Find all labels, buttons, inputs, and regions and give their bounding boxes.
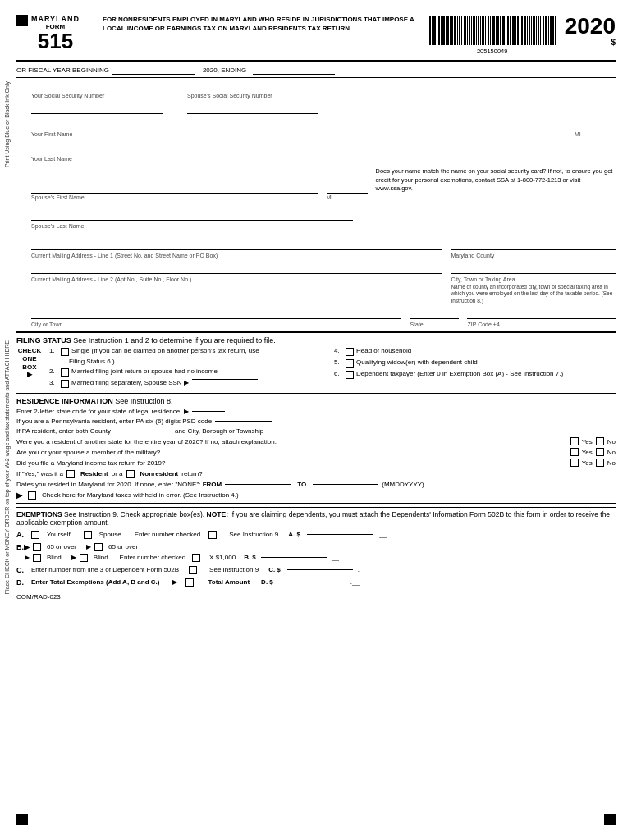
- filing-checkbox-2[interactable]: [61, 368, 69, 377]
- exempt-row-b: B.▶ 65 or over ▶ 65 or over ▶ Blind ▶ Bl…: [16, 542, 616, 562]
- res-no-5[interactable]: [596, 448, 604, 456]
- filing-row-4: 4. Head of household: [334, 347, 616, 356]
- spouse-last-input[interactable]: [31, 209, 353, 221]
- spouse-last-label: Spouse's Last Name: [31, 223, 84, 229]
- c-amount-input[interactable]: [287, 569, 353, 570]
- pa-city-input[interactable]: [267, 431, 324, 431]
- corner-mark-tl: [16, 15, 28, 26]
- fiscal-begin-field[interactable]: [112, 65, 195, 75]
- exemptions-header: EXEMPTIONS See Instruction 9. Check appr…: [16, 510, 616, 527]
- spouse-first-input[interactable]: [31, 182, 318, 194]
- state-code-input[interactable]: [192, 411, 225, 412]
- form-number: 515: [38, 30, 73, 52]
- svg-rect-45: [533, 16, 535, 45]
- b65-2-checkbox[interactable]: [94, 543, 103, 551]
- state-group: State: [410, 308, 459, 328]
- multiplier-b: X $1,000: [209, 554, 236, 561]
- fiscal-begin-label: OR FISCAL YEAR BEGINNING: [16, 66, 109, 74]
- yourself-checkbox[interactable]: [31, 531, 39, 539]
- addr-line2-area: Current Mailing Address - Line 2 (Apt No…: [31, 262, 442, 304]
- psd-code-input[interactable]: [215, 421, 272, 422]
- county-input[interactable]: [451, 239, 616, 250]
- b-amount-input[interactable]: [261, 557, 327, 558]
- svg-rect-41: [524, 16, 526, 45]
- fiscal-end-field[interactable]: [253, 65, 335, 75]
- exempt-a-letter: A.: [16, 531, 26, 539]
- filing-checkbox-5[interactable]: [346, 359, 354, 368]
- svg-rect-19: [471, 16, 472, 45]
- spouse-ssn-input[interactable]: [187, 99, 318, 114]
- spouse-mi-group: MI: [327, 182, 368, 201]
- resident-checkbox[interactable]: [66, 470, 75, 478]
- filing-checkbox-1[interactable]: [61, 348, 69, 356]
- county-group: Maryland County: [451, 239, 616, 259]
- city-state-zip-row: City or Town State ZIP Code +4: [16, 308, 616, 328]
- b65-1-checkbox[interactable]: [33, 543, 41, 551]
- num-checked-b[interactable]: [192, 554, 200, 562]
- year-block: 2020 $: [558, 15, 616, 47]
- barcode-number: 205150049: [477, 48, 508, 55]
- filing-checkbox-6[interactable]: [346, 371, 354, 379]
- nonresident-checkbox[interactable]: [126, 470, 135, 478]
- res-row-8: Dates you resided in Maryland for 2020. …: [16, 481, 616, 488]
- last-name-input[interactable]: [31, 142, 353, 153]
- filing-checkbox-4[interactable]: [346, 348, 354, 356]
- state-input[interactable]: [410, 308, 459, 319]
- spouse-ssa-row: Spouse's First Name MI Does your name ma…: [16, 167, 616, 205]
- exempt-c-letter: C.: [16, 566, 26, 574]
- filing-row-2: 2. Married filing joint return or spouse…: [49, 368, 331, 377]
- blind1-label: Blind: [47, 554, 62, 561]
- svg-rect-46: [536, 16, 537, 45]
- filing-header: FILING STATUS See Instruction 1 and 2 to…: [16, 336, 616, 345]
- withheld-checkbox[interactable]: [28, 491, 36, 500]
- first-name-input[interactable]: [31, 119, 566, 130]
- zip-input[interactable]: [467, 308, 616, 319]
- mi-label: MI: [575, 131, 616, 137]
- exempt-d-letter: D.: [16, 578, 26, 587]
- mi-input[interactable]: [575, 119, 616, 130]
- c-num-box[interactable]: [189, 566, 197, 574]
- city-taxing-input[interactable]: [451, 262, 616, 274]
- a-amount-input[interactable]: [307, 534, 373, 535]
- svg-rect-44: [531, 16, 532, 45]
- addr-line1-input[interactable]: [31, 239, 442, 250]
- res-no-4[interactable]: [596, 437, 604, 445]
- res-row-3: If PA resident, enter both County and Ci…: [16, 427, 616, 435]
- svg-rect-35: [510, 16, 511, 45]
- spouse-last-row: Spouse's Last Name: [16, 209, 616, 230]
- ssn-input[interactable]: [31, 99, 163, 114]
- spouse-mi-input[interactable]: [327, 182, 368, 194]
- res-yes-6[interactable]: [570, 459, 579, 467]
- city-input[interactable]: [31, 308, 401, 319]
- last-name-row: Your Last Name: [16, 142, 616, 162]
- to-date-input[interactable]: [313, 484, 378, 485]
- spouse-checkbox[interactable]: [84, 531, 92, 539]
- filing-checkbox-3[interactable]: [61, 380, 69, 388]
- num-checked-a[interactable]: [208, 531, 217, 539]
- svg-rect-38: [517, 16, 519, 45]
- pa-county-input[interactable]: [114, 431, 172, 431]
- ssa-notice-text: Does your name match the name on your so…: [376, 167, 613, 192]
- exempt-row-b-bottom: ▶ Blind ▶ Blind Enter number checked X $…: [16, 553, 616, 562]
- svg-rect-47: [538, 16, 539, 45]
- addr-line2-input[interactable]: [31, 262, 442, 274]
- blind1-checkbox[interactable]: [33, 554, 41, 562]
- from-date-input[interactable]: [225, 484, 291, 485]
- res-yes-5[interactable]: [570, 448, 579, 456]
- blind2-checkbox[interactable]: [80, 554, 88, 562]
- address-line1-row: Current Mailing Address - Line 1 (Street…: [16, 239, 616, 259]
- res-no-6[interactable]: [596, 459, 604, 467]
- res-yes-4[interactable]: [570, 437, 579, 445]
- svg-rect-15: [461, 16, 462, 45]
- svg-rect-31: [500, 16, 501, 45]
- d-num-box[interactable]: [185, 578, 194, 587]
- county-note: Name of county an incorporated city, tow…: [451, 284, 616, 304]
- city-group: City or Town: [31, 308, 401, 328]
- spouse-first-row: Spouse's First Name MI: [31, 182, 368, 201]
- see-instr-c: See Instruction 9: [209, 566, 259, 573]
- res-yn-4: Yes No: [570, 437, 616, 445]
- form-id-block: MARYLAND FORM 515: [16, 15, 94, 52]
- d-amount-input[interactable]: [280, 582, 346, 582]
- filing-status-instr: See Instruction 1 and 2 to determine if …: [73, 336, 276, 345]
- spouse-ssn-filing-input[interactable]: [192, 379, 258, 380]
